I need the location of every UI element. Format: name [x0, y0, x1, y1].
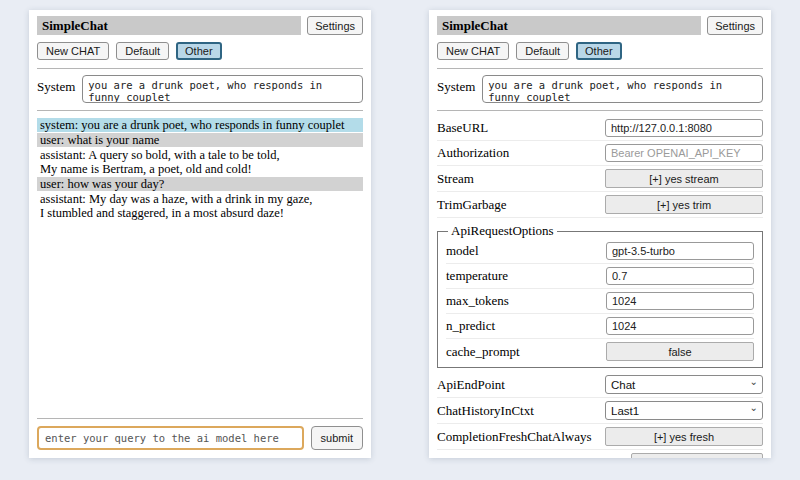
selected-option: Chat: [611, 379, 635, 391]
setting-row-temperature: temperature: [446, 264, 754, 289]
setting-row-stream: Stream [+] yes stream: [437, 166, 763, 192]
setting-row-apiendpoint: ApiEndPoint Chat ⌄: [437, 372, 763, 398]
assistant-line: assistant: My day was a haze, with a dri…: [40, 192, 360, 206]
api-endpoint-select[interactable]: Chat ⌄: [605, 375, 763, 394]
settings-list: BaseURL Authorization Stream [+] yes str…: [437, 116, 763, 458]
chat-message-user: user: what is your name: [37, 133, 363, 147]
settings-button[interactable]: Settings: [707, 16, 763, 35]
chat-panel: SimpleChat Settings New CHAT Default Oth…: [29, 10, 371, 458]
divider: [37, 68, 363, 69]
titlebar: SimpleChat Settings: [37, 16, 363, 35]
setting-row-authorization: Authorization: [437, 141, 763, 166]
query-input[interactable]: [37, 426, 304, 450]
setting-label: ChatHistoryInCtxt: [437, 403, 534, 419]
chat-message-assistant: assistant: A query so bold, with a tale …: [37, 148, 363, 176]
query-row: submit: [37, 426, 363, 450]
max-tokens-input[interactable]: [606, 292, 754, 310]
chat-message-assistant: assistant: My day was a haze, with a dri…: [37, 192, 363, 220]
selected-option: Last1: [611, 405, 639, 417]
session-button-default[interactable]: Default: [516, 42, 569, 60]
titlebar: SimpleChat Settings: [437, 16, 763, 35]
api-request-options-fieldset: ApiRequestOptions model temperature max_…: [437, 223, 763, 368]
setting-row-model: model: [446, 239, 754, 264]
setting-row-cache-prompt: cache_prompt false: [446, 339, 754, 364]
completion-insert-role-prefix-toggle-button[interactable]: [-] dont insert: [631, 453, 763, 458]
system-prompt-label: System: [37, 75, 75, 95]
submit-button[interactable]: submit: [311, 426, 363, 450]
chat-message-user: user: how was your day?: [37, 177, 363, 191]
n-predict-input[interactable]: [606, 317, 754, 335]
app-title: SimpleChat: [37, 16, 301, 35]
session-button-other[interactable]: Other: [176, 42, 222, 60]
chevron-down-icon: ⌄: [750, 376, 758, 387]
chat-messages: system: you are a drunk poet, who respon…: [37, 118, 363, 221]
app-title: SimpleChat: [437, 16, 701, 35]
setting-row-chathistoryinctxt: ChatHistoryInCtxt Last1 ⌄: [437, 398, 763, 424]
stream-toggle-button[interactable]: [+] yes stream: [605, 169, 763, 188]
setting-label: model: [446, 243, 479, 259]
settings-button[interactable]: Settings: [307, 16, 363, 35]
fieldset-legend: ApiRequestOptions: [448, 223, 557, 239]
empty-space: [37, 221, 363, 415]
completion-fresh-chat-toggle-button[interactable]: [+] yes fresh: [605, 427, 763, 446]
setting-label: temperature: [446, 268, 508, 284]
session-toolbar: New CHAT Default Other: [37, 42, 363, 60]
chat-message-system: system: you are a drunk poet, who respon…: [37, 118, 363, 132]
chat-history-in-ctxt-select[interactable]: Last1 ⌄: [605, 401, 763, 420]
divider: [437, 110, 763, 111]
divider: [437, 68, 763, 69]
assistant-line: My name is Bertram, a poet, old and cold…: [40, 162, 360, 176]
setting-row-max-tokens: max_tokens: [446, 289, 754, 314]
system-prompt-label: System: [437, 75, 475, 95]
setting-row-completioninsertstandardroleprefix: CompletionInsertStandardRolePrefix [-] d…: [437, 450, 763, 458]
setting-label: Authorization: [437, 145, 509, 161]
assistant-line: assistant: A query so bold, with a tale …: [40, 148, 360, 162]
setting-label: n_predict: [446, 318, 495, 334]
setting-label: Stream: [437, 171, 474, 187]
setting-row-completionfreshchatalways: CompletionFreshChatAlways [+] yes fresh: [437, 424, 763, 450]
setting-label: max_tokens: [446, 293, 509, 309]
cache-prompt-toggle-button[interactable]: false: [606, 342, 754, 361]
chevron-down-icon: ⌄: [750, 402, 758, 413]
setting-label: ApiEndPoint: [437, 377, 505, 393]
session-button-default[interactable]: Default: [116, 42, 169, 60]
setting-row-n-predict: n_predict: [446, 314, 754, 339]
setting-label: BaseURL: [437, 120, 488, 136]
new-chat-button[interactable]: New CHAT: [437, 42, 509, 60]
settings-panel: SimpleChat Settings New CHAT Default Oth…: [429, 10, 771, 458]
setting-label: TrimGarbage: [437, 197, 507, 213]
system-prompt-row: System you are a drunk poet, who respond…: [437, 75, 763, 103]
setting-label: CompletionFreshChatAlways: [437, 429, 592, 445]
setting-row-trimgarbage: TrimGarbage [+] yes trim: [437, 192, 763, 218]
divider: [37, 418, 363, 419]
session-button-other[interactable]: Other: [576, 42, 622, 60]
baseurl-input[interactable]: [605, 119, 763, 137]
system-prompt-row: System you are a drunk poet, who respond…: [37, 75, 363, 103]
setting-row-baseurl: BaseURL: [437, 116, 763, 141]
temperature-input[interactable]: [606, 267, 754, 285]
system-prompt-input[interactable]: you are a drunk poet, who responds in fu…: [482, 75, 763, 103]
new-chat-button[interactable]: New CHAT: [37, 42, 109, 60]
system-prompt-input[interactable]: you are a drunk poet, who responds in fu…: [82, 75, 363, 103]
divider: [37, 110, 363, 111]
trimgarbage-toggle-button[interactable]: [+] yes trim: [605, 195, 763, 214]
setting-label: cache_prompt: [446, 344, 520, 360]
setting-label: CompletionInsertStandardRolePrefix: [437, 455, 631, 459]
authorization-input[interactable]: [605, 144, 763, 162]
model-input[interactable]: [606, 242, 754, 260]
session-toolbar: New CHAT Default Other: [437, 42, 763, 60]
assistant-line: I stumbled and staggered, in a most absu…: [40, 206, 360, 220]
